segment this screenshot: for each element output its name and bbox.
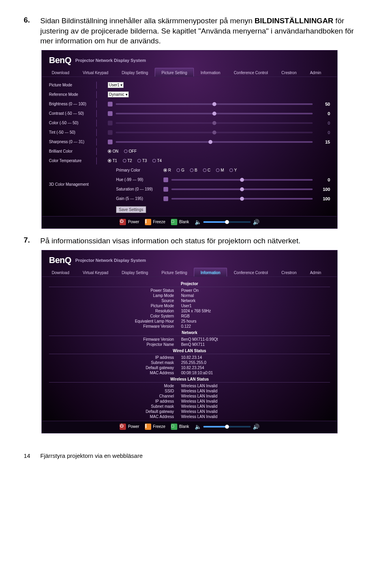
benq-logo: BenQ [49, 255, 71, 265]
sharpness-slider[interactable] [116, 141, 313, 143]
info-row: Picture ModeUser1 [49, 303, 330, 308]
info-label: Mode [49, 384, 181, 388]
info-value: User1 [181, 304, 330, 308]
ctemp-t2[interactable]: T2 [123, 159, 132, 163]
footer-volume[interactable]: 🔈 🔊 [195, 424, 259, 430]
tint-slider [116, 132, 313, 133]
footer-freeze[interactable]: Freeze [145, 219, 165, 225]
reference-mode-select[interactable]: Dynamic ▾ [108, 91, 129, 97]
tab-information[interactable]: Information [194, 68, 227, 77]
picture-mode-select[interactable]: User1 ▾ [108, 82, 124, 88]
tab-virtual-keypad[interactable]: Virtual Keypad [76, 268, 115, 276]
tab-crestron[interactable]: Crestron [275, 68, 303, 77]
volume-slider[interactable] [203, 221, 251, 223]
tab-information[interactable]: Information [194, 268, 227, 276]
tab-picture-setting[interactable]: Picture Setting [155, 268, 194, 276]
info-row: Color SystemRGB [49, 314, 330, 319]
saturation-icon [163, 187, 168, 192]
gain-slider[interactable] [171, 198, 313, 200]
primary-y[interactable]: Y [229, 168, 237, 172]
brightness-icon [108, 102, 113, 106]
info-label: IP address [49, 355, 181, 360]
doc-item-7: 7. På informationssidan visas informatio… [24, 236, 355, 246]
header: BenQ Projector Network Display System [42, 50, 337, 68]
saturation-value: 100 [316, 187, 330, 192]
info-value: Wireless LAN Invalid [181, 414, 330, 419]
brilliant-off[interactable]: OFF [124, 149, 137, 153]
page-footer: 14 Fjärrstyra projektorn via en webbläsa… [0, 452, 379, 471]
divider [96, 91, 97, 98]
info-row: Firmware Version0.122 [49, 324, 330, 329]
section-network: Firmware VersionBenQ MX711-0.99QtProject… [49, 337, 330, 347]
info-label: Resolution [49, 309, 181, 313]
heading-wireless: Wireless LAN Status [49, 377, 330, 383]
heading-wired: Wired LAN Status [49, 349, 330, 354]
primary-m[interactable]: M [216, 168, 224, 172]
info-label: Firmware Version [49, 337, 181, 342]
label-reference-mode: Reference Mode [49, 92, 96, 97]
tint-value: 0 [316, 130, 330, 135]
radio-icon [108, 149, 111, 153]
footer-volume[interactable]: 🔈 🔊 [195, 219, 259, 225]
hue-slider[interactable] [171, 179, 313, 181]
page-number: 14 [24, 452, 32, 459]
tab-virtual-keypad[interactable]: Virtual Keypad [76, 68, 115, 77]
section-wireless: ModeWireless LAN InvalidSSIDWireless LAN… [49, 383, 330, 419]
primary-b[interactable]: B [190, 168, 197, 172]
primary-c[interactable]: C [203, 168, 210, 172]
primary-g[interactable]: G [176, 168, 184, 172]
tab-admin[interactable]: Admin [303, 68, 328, 77]
save-settings-button[interactable]: Save Settings [116, 206, 146, 213]
row-reference-mode: Reference Mode Dynamic ▾ [49, 90, 330, 99]
info-value: Wireless LAN Invalid [181, 404, 330, 409]
label-color: Color (-50 --- 50) [49, 121, 96, 125]
info-row: Default gatewayWireless LAN Invalid [49, 409, 330, 414]
label-primary-color: Primary Color [116, 168, 163, 172]
ctemp-t3[interactable]: T3 [137, 159, 147, 163]
info-row: ModeWireless LAN Invalid [49, 383, 330, 388]
label-brightness: Brightness (0 --- 100) [49, 102, 96, 106]
volume-up-icon: 🔊 [253, 424, 259, 430]
tab-admin[interactable]: Admin [303, 268, 328, 276]
primary-r[interactable]: R [163, 168, 171, 172]
tab-conference-control[interactable]: Conference Control [227, 68, 275, 77]
heading-network: Network [49, 330, 330, 336]
footer-freeze[interactable]: Freeze [145, 424, 165, 430]
brightness-slider[interactable] [116, 103, 313, 105]
tab-crestron[interactable]: Crestron [275, 268, 303, 276]
tab-display-setting[interactable]: Display Setting [115, 68, 155, 77]
info-row: MAC AddressWireless LAN Invalid [49, 414, 330, 419]
row-color: Color (-50 --- 50) 0 [49, 119, 330, 127]
tab-display-setting[interactable]: Display Setting [115, 268, 155, 276]
volume-slider[interactable] [203, 426, 251, 427]
footer-blank[interactable]: Blank [171, 219, 189, 225]
subtitle: Projector Network Display System [75, 58, 146, 63]
contrast-icon [108, 111, 113, 116]
footer-blank[interactable]: Blank [171, 424, 189, 430]
ctemp-t1[interactable]: T1 [108, 159, 117, 163]
saturation-slider[interactable] [171, 189, 313, 190]
tab-picture-setting[interactable]: Picture Setting [155, 68, 194, 77]
radio-icon [137, 159, 141, 162]
row-picture-mode: Picture Mode User1 ▾ [49, 81, 330, 90]
freeze-icon [145, 424, 151, 430]
tab-download[interactable]: Download [45, 68, 76, 77]
brilliant-on[interactable]: ON [108, 149, 118, 153]
tab-conference-control[interactable]: Conference Control [227, 268, 275, 276]
footer-power[interactable]: Power [120, 219, 139, 225]
info-row: SSIDWireless LAN Invalid [49, 388, 330, 394]
info-label: Equivalent Lamp Hour [49, 319, 181, 323]
item-number: 7. [24, 236, 32, 246]
ctemp-t4[interactable]: T4 [152, 159, 162, 163]
info-label: Default gateway [49, 409, 181, 414]
footer-power[interactable]: Power [120, 424, 139, 430]
radio-icon [123, 159, 126, 162]
info-row: MAC Address00:08:18:10:a0:01 [49, 370, 330, 375]
contrast-slider[interactable] [116, 113, 313, 114]
info-label: Subnet mask [49, 404, 181, 409]
item-text: På informationssidan visas information o… [40, 236, 300, 246]
info-value: 00:08:18:10:a0:01 [181, 371, 330, 375]
radio-icon [124, 149, 128, 153]
info-value: 255.255.255.0 [181, 360, 330, 365]
tab-download[interactable]: Download [45, 268, 76, 276]
